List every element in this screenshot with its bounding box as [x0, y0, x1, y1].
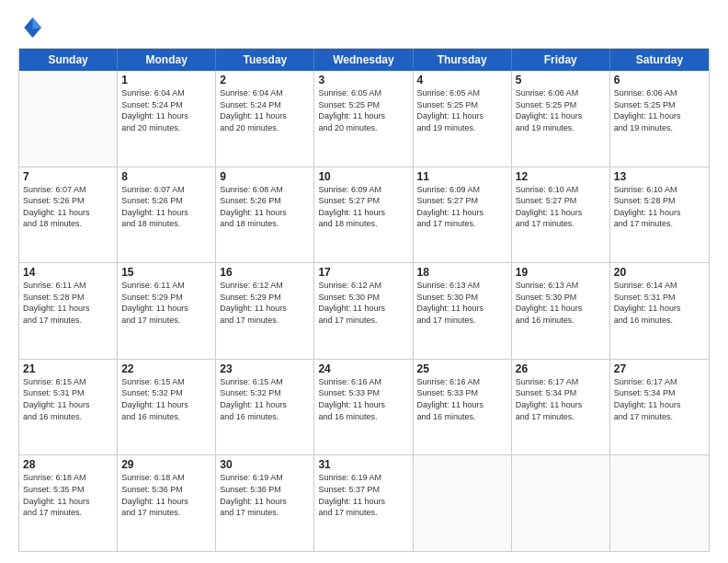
day-cell-1: 1Sunrise: 6:04 AM Sunset: 5:24 PM Daylig…	[118, 71, 216, 167]
day-number: 20	[614, 266, 705, 279]
day-cell-7: 7Sunrise: 6:07 AM Sunset: 5:26 PM Daylig…	[19, 167, 118, 263]
day-info: Sunrise: 6:14 AM Sunset: 5:31 PM Dayligh…	[614, 280, 705, 326]
calendar-row-1: 7Sunrise: 6:07 AM Sunset: 5:26 PM Daylig…	[19, 167, 709, 264]
logo	[18, 15, 46, 40]
day-info: Sunrise: 6:10 AM Sunset: 5:27 PM Dayligh…	[516, 184, 606, 230]
day-cell-24: 24Sunrise: 6:16 AM Sunset: 5:33 PM Dayli…	[314, 360, 413, 455]
day-number: 7	[23, 170, 113, 183]
day-number: 8	[121, 170, 211, 183]
empty-cell	[19, 71, 118, 167]
day-number: 21	[23, 362, 113, 375]
logo-icon	[18, 15, 44, 40]
day-number: 12	[516, 170, 606, 183]
calendar: SundayMondayTuesdayWednesdayThursdayFrid…	[18, 48, 710, 552]
day-cell-26: 26Sunrise: 6:17 AM Sunset: 5:34 PM Dayli…	[512, 360, 610, 455]
empty-cell	[414, 455, 512, 551]
day-number: 16	[220, 266, 310, 279]
day-info: Sunrise: 6:06 AM Sunset: 5:25 PM Dayligh…	[516, 87, 606, 133]
day-number: 22	[121, 362, 211, 375]
day-info: Sunrise: 6:05 AM Sunset: 5:25 PM Dayligh…	[417, 87, 507, 133]
day-info: Sunrise: 6:15 AM Sunset: 5:32 PM Dayligh…	[121, 376, 211, 422]
day-info: Sunrise: 6:04 AM Sunset: 5:24 PM Dayligh…	[121, 87, 211, 133]
day-info: Sunrise: 6:19 AM Sunset: 5:37 PM Dayligh…	[318, 472, 408, 518]
day-cell-16: 16Sunrise: 6:12 AM Sunset: 5:29 PM Dayli…	[216, 263, 314, 359]
day-info: Sunrise: 6:11 AM Sunset: 5:29 PM Dayligh…	[121, 280, 211, 326]
day-info: Sunrise: 6:19 AM Sunset: 5:36 PM Dayligh…	[220, 472, 310, 518]
day-cell-5: 5Sunrise: 6:06 AM Sunset: 5:25 PM Daylig…	[512, 71, 610, 167]
day-cell-25: 25Sunrise: 6:16 AM Sunset: 5:33 PM Dayli…	[414, 360, 512, 455]
day-cell-13: 13Sunrise: 6:10 AM Sunset: 5:28 PM Dayli…	[610, 167, 709, 263]
day-cell-9: 9Sunrise: 6:08 AM Sunset: 5:26 PM Daylig…	[216, 167, 314, 263]
day-number: 4	[417, 74, 507, 86]
header-day-tuesday: Tuesday	[216, 49, 314, 71]
header-day-sunday: Sunday	[19, 49, 118, 71]
day-number: 28	[23, 458, 113, 471]
day-number: 14	[23, 266, 113, 279]
header-day-friday: Friday	[512, 49, 610, 71]
day-info: Sunrise: 6:06 AM Sunset: 5:25 PM Dayligh…	[614, 87, 705, 133]
header-day-wednesday: Wednesday	[314, 49, 413, 71]
day-info: Sunrise: 6:07 AM Sunset: 5:26 PM Dayligh…	[121, 184, 211, 230]
day-cell-2: 2Sunrise: 6:04 AM Sunset: 5:24 PM Daylig…	[216, 71, 314, 167]
calendar-row-4: 28Sunrise: 6:18 AM Sunset: 5:35 PM Dayli…	[19, 455, 709, 551]
day-info: Sunrise: 6:18 AM Sunset: 5:35 PM Dayligh…	[23, 472, 113, 518]
day-number: 23	[220, 362, 310, 375]
day-cell-14: 14Sunrise: 6:11 AM Sunset: 5:28 PM Dayli…	[19, 263, 118, 359]
day-info: Sunrise: 6:15 AM Sunset: 5:32 PM Dayligh…	[220, 376, 310, 422]
day-number: 24	[318, 362, 408, 375]
page: SundayMondayTuesdayWednesdayThursdayFrid…	[0, 0, 728, 563]
day-number: 27	[614, 362, 705, 375]
calendar-row-3: 21Sunrise: 6:15 AM Sunset: 5:31 PM Dayli…	[19, 360, 709, 456]
day-cell-19: 19Sunrise: 6:13 AM Sunset: 5:30 PM Dayli…	[512, 263, 610, 359]
day-cell-17: 17Sunrise: 6:12 AM Sunset: 5:30 PM Dayli…	[314, 263, 413, 359]
day-cell-10: 10Sunrise: 6:09 AM Sunset: 5:27 PM Dayli…	[314, 167, 413, 263]
day-info: Sunrise: 6:08 AM Sunset: 5:26 PM Dayligh…	[220, 184, 310, 230]
day-number: 1	[121, 74, 211, 86]
calendar-body: 1Sunrise: 6:04 AM Sunset: 5:24 PM Daylig…	[19, 71, 709, 551]
day-cell-18: 18Sunrise: 6:13 AM Sunset: 5:30 PM Dayli…	[414, 263, 512, 359]
day-number: 2	[220, 74, 310, 86]
day-cell-31: 31Sunrise: 6:19 AM Sunset: 5:37 PM Dayli…	[314, 455, 413, 551]
day-number: 18	[417, 266, 507, 279]
day-cell-20: 20Sunrise: 6:14 AM Sunset: 5:31 PM Dayli…	[610, 263, 709, 359]
day-cell-11: 11Sunrise: 6:09 AM Sunset: 5:27 PM Dayli…	[414, 167, 512, 263]
day-info: Sunrise: 6:17 AM Sunset: 5:34 PM Dayligh…	[614, 376, 705, 422]
calendar-row-2: 14Sunrise: 6:11 AM Sunset: 5:28 PM Dayli…	[19, 263, 709, 360]
day-number: 3	[318, 74, 408, 86]
day-cell-21: 21Sunrise: 6:15 AM Sunset: 5:31 PM Dayli…	[19, 360, 118, 455]
day-number: 19	[516, 266, 606, 279]
day-number: 5	[516, 74, 606, 86]
day-cell-29: 29Sunrise: 6:18 AM Sunset: 5:36 PM Dayli…	[118, 455, 216, 551]
day-number: 15	[121, 266, 211, 279]
day-info: Sunrise: 6:12 AM Sunset: 5:30 PM Dayligh…	[318, 280, 408, 326]
day-info: Sunrise: 6:13 AM Sunset: 5:30 PM Dayligh…	[516, 280, 606, 326]
day-number: 11	[417, 170, 507, 183]
day-cell-22: 22Sunrise: 6:15 AM Sunset: 5:32 PM Dayli…	[118, 360, 216, 455]
day-cell-6: 6Sunrise: 6:06 AM Sunset: 5:25 PM Daylig…	[610, 71, 709, 167]
day-info: Sunrise: 6:18 AM Sunset: 5:36 PM Dayligh…	[121, 472, 211, 518]
day-info: Sunrise: 6:10 AM Sunset: 5:28 PM Dayligh…	[614, 184, 705, 230]
day-info: Sunrise: 6:09 AM Sunset: 5:27 PM Dayligh…	[318, 184, 408, 230]
day-info: Sunrise: 6:12 AM Sunset: 5:29 PM Dayligh…	[220, 280, 310, 326]
day-number: 29	[121, 458, 211, 471]
day-cell-3: 3Sunrise: 6:05 AM Sunset: 5:25 PM Daylig…	[314, 71, 413, 167]
day-cell-12: 12Sunrise: 6:10 AM Sunset: 5:27 PM Dayli…	[512, 167, 610, 263]
day-number: 31	[318, 458, 408, 471]
empty-cell	[610, 455, 709, 551]
day-number: 25	[417, 362, 507, 375]
day-cell-28: 28Sunrise: 6:18 AM Sunset: 5:35 PM Dayli…	[19, 455, 118, 551]
day-info: Sunrise: 6:16 AM Sunset: 5:33 PM Dayligh…	[318, 376, 408, 422]
empty-cell	[512, 455, 610, 551]
day-info: Sunrise: 6:13 AM Sunset: 5:30 PM Dayligh…	[417, 280, 507, 326]
svg-marker-1	[33, 17, 41, 29]
header-day-saturday: Saturday	[610, 49, 709, 71]
day-number: 6	[614, 74, 705, 86]
day-info: Sunrise: 6:11 AM Sunset: 5:28 PM Dayligh…	[23, 280, 113, 326]
day-info: Sunrise: 6:04 AM Sunset: 5:24 PM Dayligh…	[220, 87, 310, 133]
day-number: 26	[516, 362, 606, 375]
day-info: Sunrise: 6:07 AM Sunset: 5:26 PM Dayligh…	[23, 184, 113, 230]
day-info: Sunrise: 6:05 AM Sunset: 5:25 PM Dayligh…	[318, 87, 408, 133]
header-day-monday: Monday	[118, 49, 216, 71]
calendar-row-0: 1Sunrise: 6:04 AM Sunset: 5:24 PM Daylig…	[19, 71, 709, 167]
day-number: 30	[220, 458, 310, 471]
